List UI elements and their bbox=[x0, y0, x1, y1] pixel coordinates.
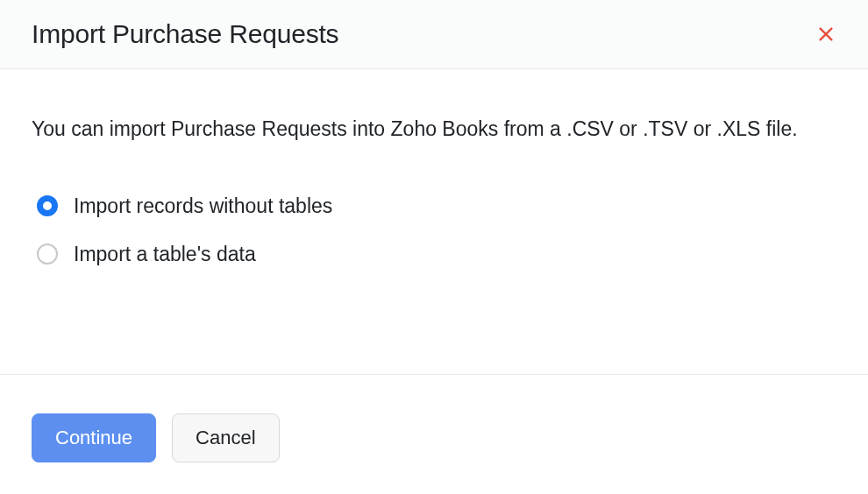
radio-input[interactable] bbox=[37, 243, 58, 265]
import-description: You can import Purchase Requests into Zo… bbox=[32, 113, 836, 145]
radio-option-table-data[interactable]: Import a table's data bbox=[37, 243, 836, 266]
cancel-button[interactable]: Cancel bbox=[172, 413, 279, 462]
close-icon[interactable] bbox=[815, 24, 836, 45]
radio-label: Import a table's data bbox=[74, 243, 256, 266]
continue-button[interactable]: Continue bbox=[32, 413, 156, 462]
import-type-radio-group: Import records without tables Import a t… bbox=[32, 194, 836, 266]
radio-input[interactable] bbox=[37, 195, 58, 216]
dialog-footer: Continue Cancel bbox=[0, 374, 868, 494]
radio-option-without-tables[interactable]: Import records without tables bbox=[37, 194, 836, 218]
dialog-title: Import Purchase Requests bbox=[32, 19, 338, 49]
dialog-header: Import Purchase Requests bbox=[0, 0, 868, 69]
radio-label: Import records without tables bbox=[74, 194, 332, 218]
dialog-body: You can import Purchase Requests into Zo… bbox=[0, 69, 868, 374]
import-dialog: Import Purchase Requests You can import … bbox=[0, 0, 868, 494]
